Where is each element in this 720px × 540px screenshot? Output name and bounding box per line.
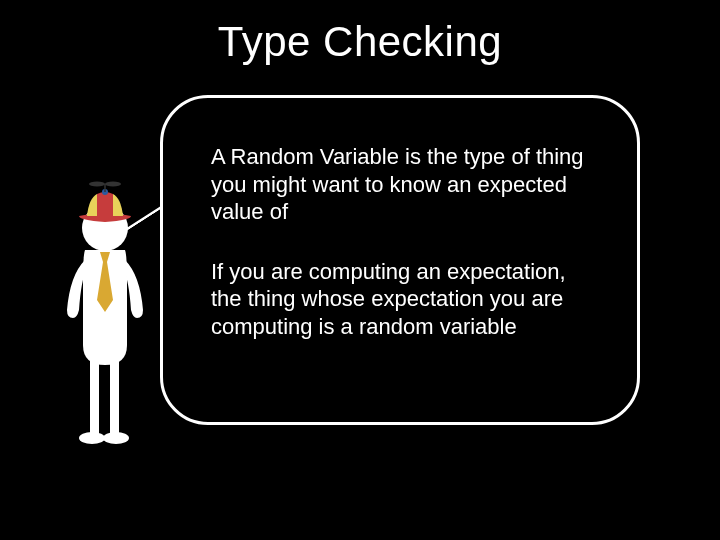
person-icon (55, 180, 155, 460)
svg-point-7 (89, 182, 105, 187)
speech-bubble: A Random Variable is the type of thing y… (160, 95, 640, 425)
page-title: Type Checking (0, 0, 720, 66)
paragraph-1: A Random Variable is the type of thing y… (211, 143, 599, 226)
paragraph-2: If you are computing an expectation, the… (211, 258, 599, 341)
svg-point-8 (105, 182, 121, 187)
svg-rect-1 (110, 360, 119, 435)
svg-point-3 (103, 432, 129, 444)
svg-rect-0 (90, 360, 99, 435)
svg-point-2 (79, 432, 105, 444)
